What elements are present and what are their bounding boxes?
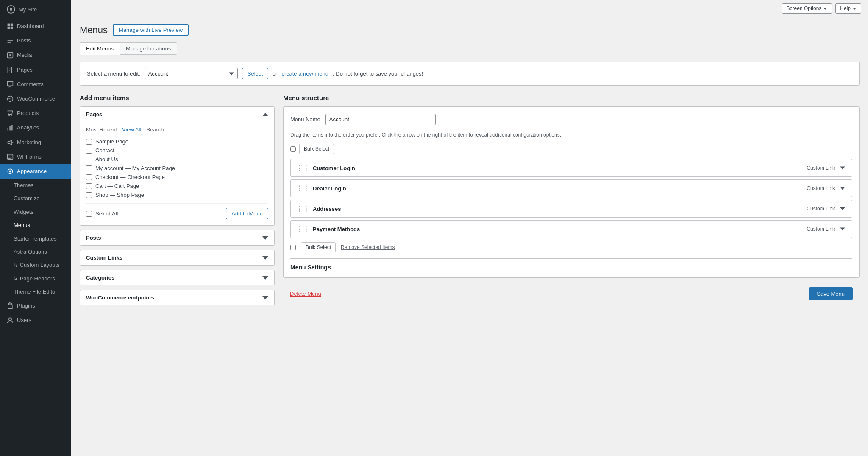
menu-item-dealer-login[interactable]: ⋮⋮ Dealer Login Custom Link (290, 179, 852, 197)
svg-rect-18 (8, 128, 8, 130)
woocommerce-endpoints-accordion-header[interactable]: WooCommerce endpoints (80, 290, 274, 305)
page-checkbox-input-my-account[interactable] (86, 165, 92, 171)
svg-rect-23 (8, 156, 12, 156)
menu-item-addresses[interactable]: ⋮⋮ Addresses Custom Link (290, 200, 852, 218)
posts-accordion-header[interactable]: Posts (80, 230, 274, 245)
custom-links-accordion-header[interactable]: Custom Links (80, 250, 274, 265)
menu-name-input[interactable] (326, 114, 436, 125)
sidebar-item-analytics[interactable]: Analytics (0, 120, 71, 135)
select-menu-bar: Select a menu to edit: Account Select or… (80, 62, 860, 86)
expand-icon-addresses[interactable] (838, 204, 847, 213)
bulk-select-top-row: Bulk Select (290, 144, 852, 154)
sidebar-item-products[interactable]: Products (0, 106, 71, 120)
expand-icon-dealer-login[interactable] (838, 184, 847, 193)
sidebar-item-plugins[interactable]: Plugins (0, 299, 71, 313)
sidebar-sub-menus[interactable]: Menus (0, 218, 71, 232)
sub-tab-view-all[interactable]: View All (122, 126, 141, 134)
page-checkbox-input-shop[interactable] (86, 192, 92, 198)
menu-item-type-payment-methods: Custom Link (807, 226, 835, 232)
tab-manage-locations[interactable]: Manage Locations (120, 42, 177, 55)
expand-icon-customer-login[interactable] (838, 164, 847, 172)
screen-options-button[interactable]: Screen Options (782, 3, 832, 14)
page-checkbox-input-cart[interactable] (86, 183, 92, 189)
menu-item-type-addresses: Custom Link (807, 206, 835, 212)
svg-rect-25 (8, 158, 11, 159)
svg-rect-5 (11, 27, 13, 29)
sidebar-sub-customize[interactable]: Customize (0, 192, 71, 205)
page-checkbox-checkout[interactable]: Checkout — Checkout Page (86, 174, 268, 180)
sidebar-item-comments[interactable]: Comments (0, 77, 71, 92)
page-checkbox-my-account[interactable]: My account — My Account Page (86, 165, 268, 171)
page-checkbox-contact[interactable]: Contact (86, 147, 268, 154)
sidebar-item-wpforms[interactable]: WPForms (0, 150, 71, 164)
select-all-checkbox[interactable]: Select All (86, 210, 118, 217)
svg-rect-20 (11, 125, 12, 131)
bulk-select-top-checkbox[interactable] (290, 146, 296, 152)
page-checkbox-input-about-us[interactable] (86, 157, 92, 162)
sidebar-item-dashboard[interactable]: Dashboard (0, 19, 71, 34)
sidebar-item-posts[interactable]: Posts (0, 34, 71, 48)
sidebar-sub-themes[interactable]: Themes (0, 179, 71, 192)
page-checkbox-cart[interactable]: Cart — Cart Page (86, 183, 268, 189)
menu-item-customer-login[interactable]: ⋮⋮ Customer Login Custom Link (290, 159, 852, 177)
page-checkbox-input-checkout[interactable] (86, 174, 92, 180)
sub-tab-search[interactable]: Search (146, 126, 164, 134)
categories-accordion-header[interactable]: Categories (80, 270, 274, 285)
sidebar-item-pages[interactable]: Pages (0, 63, 71, 77)
sidebar-sub-starter-templates[interactable]: Starter Templates (0, 232, 71, 245)
sidebar-sub-astra-options[interactable]: Astra Options (0, 245, 71, 258)
custom-links-accordion: Custom Links (80, 250, 275, 266)
select-all-input[interactable] (86, 211, 92, 217)
sidebar-item-media[interactable]: Media (0, 48, 71, 62)
sidebar-item-appearance[interactable]: Appearance (0, 164, 71, 179)
save-menu-button[interactable]: Save Menu (809, 287, 853, 300)
sidebar-sub-custom-layouts[interactable]: ↳ Custom Layouts (0, 258, 71, 271)
select-button[interactable]: Select (242, 68, 268, 79)
page-checkbox-input-sample-page[interactable] (86, 139, 92, 145)
drag-handle-payment-methods[interactable]: ⋮⋮ (296, 225, 309, 233)
page-checkbox-sample-page[interactable]: Sample Page (86, 138, 268, 145)
svg-rect-24 (8, 157, 12, 157)
pages-sub-tabs: Most Recent View All Search (86, 126, 268, 134)
sidebar-item-label: Products (17, 109, 39, 117)
sidebar-sub-page-headers[interactable]: ↳ Page Headers (0, 272, 71, 285)
sidebar-item-woocommerce[interactable]: WooCommerce (0, 92, 71, 106)
expand-icon-payment-methods[interactable] (838, 225, 847, 233)
bulk-select-top-button[interactable]: Bulk Select (299, 144, 334, 154)
bulk-select-bottom-checkbox[interactable] (290, 245, 296, 250)
delete-menu-link[interactable]: Delete Menu (290, 291, 321, 297)
add-to-menu-button[interactable]: Add to Menu (226, 208, 268, 219)
help-button[interactable]: Help (835, 3, 861, 14)
page-checkbox-input-contact[interactable] (86, 148, 92, 154)
drag-handle-addresses[interactable]: ⋮⋮ (296, 205, 309, 213)
live-preview-button[interactable]: Manage with Live Preview (113, 24, 189, 36)
sidebar-item-users[interactable]: Users (0, 313, 71, 327)
tab-edit-menus[interactable]: Edit Menus (80, 42, 120, 55)
remove-selected-items-link[interactable]: Remove Selected Items (341, 244, 395, 250)
svg-marker-39 (262, 296, 268, 299)
sidebar-sub-widgets[interactable]: Widgets (0, 205, 71, 218)
svg-marker-33 (852, 8, 857, 10)
drag-handle-customer-login[interactable]: ⋮⋮ (296, 164, 309, 172)
svg-rect-19 (9, 126, 10, 131)
svg-rect-12 (9, 68, 11, 69)
select-all-row: Select All Add to Menu (86, 203, 268, 219)
svg-marker-37 (262, 256, 268, 260)
page-checkbox-about-us[interactable]: About Us (86, 156, 268, 162)
sidebar-sub-theme-file-editor[interactable]: Theme File Editor (0, 285, 71, 298)
sidebar-site-name: My Site (19, 6, 37, 13)
pages-accordion-header[interactable]: Pages (80, 107, 274, 122)
bulk-select-bottom-button[interactable]: Bulk Select (301, 242, 336, 252)
drag-handle-dealer-login[interactable]: ⋮⋮ (296, 185, 309, 193)
sidebar-item-marketing[interactable]: Marketing (0, 135, 71, 150)
sub-tab-most-recent[interactable]: Most Recent (86, 126, 117, 134)
menu-select-dropdown[interactable]: Account (145, 68, 238, 79)
svg-marker-36 (262, 236, 268, 240)
bottom-bar: Delete Menu Save Menu (283, 283, 860, 305)
menu-item-payment-methods[interactable]: ⋮⋮ Payment Methods Custom Link (290, 220, 852, 238)
create-new-menu-link[interactable]: create a new menu (281, 70, 328, 77)
page-checkbox-shop[interactable]: Shop — Shop Page (86, 192, 268, 198)
svg-point-16 (8, 115, 9, 116)
sidebar-item-label: Dashboard (17, 22, 44, 30)
sidebar-item-label: Analytics (17, 124, 39, 131)
